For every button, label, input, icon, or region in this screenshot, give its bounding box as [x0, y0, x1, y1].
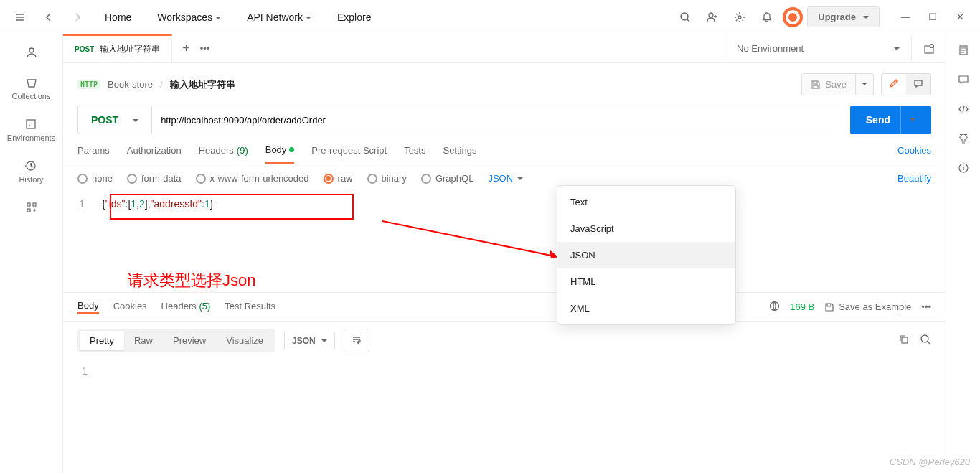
- response-format-select[interactable]: JSON: [284, 332, 335, 350]
- rail-environments[interactable]: Environments: [4, 115, 58, 145]
- body-urlencoded[interactable]: x-www-form-urlencoded: [196, 173, 309, 184]
- tab-options-icon[interactable]: •••: [200, 43, 210, 54]
- tab-title: 输入地址字符串: [100, 43, 160, 55]
- comment-icon[interactable]: [906, 74, 930, 95]
- menu-icon[interactable]: [9, 6, 32, 29]
- body-binary-label: binary: [382, 173, 407, 184]
- response-lineno: 1: [77, 365, 99, 377]
- save-example[interactable]: Save as Example: [824, 301, 911, 312]
- svg-rect-9: [27, 209, 30, 212]
- invite-icon[interactable]: [701, 6, 724, 29]
- info-icon[interactable]: [958, 162, 969, 176]
- raw-type-label: JSON: [488, 173, 513, 184]
- nav-explore[interactable]: Explore: [327, 0, 381, 34]
- tab-params[interactable]: Params: [77, 144, 110, 164]
- url-input[interactable]: [152, 106, 844, 134]
- dropdown-json[interactable]: JSON: [557, 242, 735, 268]
- dropdown-javascript[interactable]: JavaScript: [557, 215, 735, 242]
- minimize-icon[interactable]: ―: [894, 6, 917, 29]
- save-button[interactable]: Save: [802, 74, 855, 95]
- avatar[interactable]: [783, 7, 803, 27]
- resp-cookies[interactable]: Cookies: [113, 301, 147, 313]
- code-icon[interactable]: [958, 103, 969, 117]
- rail-collections[interactable]: Collections: [9, 73, 54, 103]
- resp-headers[interactable]: Headers (5): [161, 301, 211, 313]
- environment-select[interactable]: No Environment: [725, 34, 911, 62]
- send-button[interactable]: Send: [850, 106, 931, 134]
- body-formdata[interactable]: form-data: [127, 173, 182, 184]
- breadcrumb-collection[interactable]: Book-store: [108, 79, 153, 90]
- dropdown-text[interactable]: Text: [557, 189, 735, 215]
- tab-prerequest[interactable]: Pre-request Script: [311, 144, 387, 164]
- resp-testresults[interactable]: Test Results: [225, 301, 275, 313]
- body-binary[interactable]: binary: [367, 173, 407, 184]
- new-tab-icon[interactable]: +: [182, 41, 190, 56]
- breadcrumb-request: 输入地址字符串: [170, 78, 235, 91]
- wrap-icon[interactable]: [344, 329, 369, 352]
- globe-icon[interactable]: [769, 301, 780, 314]
- rail-history[interactable]: History: [16, 156, 46, 187]
- chevron-down-icon: [215, 11, 221, 23]
- body-raw[interactable]: raw: [324, 173, 353, 184]
- body-formdata-label: form-data: [141, 173, 182, 184]
- notifications-icon[interactable]: [755, 6, 778, 29]
- view-raw[interactable]: Raw: [124, 331, 163, 350]
- chevron-down-icon: [306, 11, 311, 23]
- settings-icon[interactable]: [728, 6, 751, 29]
- save-dropdown[interactable]: [855, 74, 873, 95]
- upgrade-button[interactable]: Upgrade: [807, 6, 880, 27]
- more-icon[interactable]: •••: [921, 301, 931, 312]
- maximize-icon[interactable]: ☐: [921, 6, 944, 29]
- http-badge: HTTP: [77, 80, 100, 89]
- svg-point-1: [709, 13, 713, 17]
- method-select[interactable]: POST: [78, 106, 152, 134]
- chevron-down-icon: [862, 78, 867, 89]
- search-icon[interactable]: [674, 6, 697, 29]
- close-icon[interactable]: ✕: [948, 6, 971, 29]
- nav-workspaces[interactable]: Workspaces: [147, 0, 231, 34]
- forward-icon[interactable]: [66, 6, 89, 29]
- docs-icon[interactable]: [958, 45, 969, 58]
- body-none-label: none: [92, 173, 113, 184]
- edit-icon[interactable]: [882, 74, 906, 95]
- chevron-down-icon: [894, 43, 900, 54]
- chevron-down-icon: [133, 114, 138, 126]
- view-visualize[interactable]: Visualize: [216, 331, 273, 350]
- upgrade-label: Upgrade: [818, 11, 856, 22]
- bulb-icon[interactable]: [958, 133, 969, 146]
- tab-tests[interactable]: Tests: [404, 144, 425, 164]
- cookies-link[interactable]: Cookies: [897, 144, 931, 164]
- response-body: 1: [63, 360, 946, 383]
- view-preview[interactable]: Preview: [163, 331, 216, 350]
- comments-icon[interactable]: [958, 74, 969, 88]
- body-none[interactable]: none: [77, 173, 113, 184]
- body-graphql-label: GraphQL: [435, 173, 473, 184]
- tab-authorization[interactable]: Authorization: [127, 144, 182, 164]
- tab-headers[interactable]: Headers (9): [199, 144, 248, 164]
- back-icon[interactable]: [37, 6, 60, 29]
- raw-type-select[interactable]: JSON: [488, 173, 523, 184]
- resp-headers-count: (5): [199, 301, 210, 312]
- env-quicklook-icon[interactable]: [911, 34, 946, 62]
- copy-icon[interactable]: [898, 334, 910, 347]
- dropdown-html[interactable]: HTML: [557, 268, 735, 295]
- nav-home[interactable]: Home: [95, 0, 141, 34]
- resp-body[interactable]: Body: [77, 300, 99, 314]
- tab-settings[interactable]: Settings: [443, 144, 476, 164]
- svg-rect-4: [27, 120, 35, 128]
- chevron-down-icon: [900, 106, 915, 134]
- dropdown-xml[interactable]: XML: [557, 295, 735, 322]
- rail-environments-label: Environments: [7, 134, 55, 142]
- request-tab[interactable]: POST 输入地址字符串: [63, 34, 172, 62]
- request-body-editor[interactable]: 1 {"ids":[1,2],"addressId":1} 请求类型选择Json…: [63, 192, 946, 293]
- view-pretty[interactable]: Pretty: [80, 331, 124, 350]
- search-response-icon[interactable]: [920, 334, 931, 347]
- rail-more[interactable]: [22, 198, 41, 217]
- nav-api-network[interactable]: API Network: [237, 0, 321, 34]
- tab-method: POST: [75, 45, 94, 53]
- body-graphql[interactable]: GraphQL: [421, 173, 473, 184]
- breadcrumb-sep: /: [160, 79, 163, 90]
- rail-profile[interactable]: [22, 43, 41, 62]
- tab-body[interactable]: Body: [265, 144, 295, 164]
- beautify-button[interactable]: Beautify: [897, 173, 931, 184]
